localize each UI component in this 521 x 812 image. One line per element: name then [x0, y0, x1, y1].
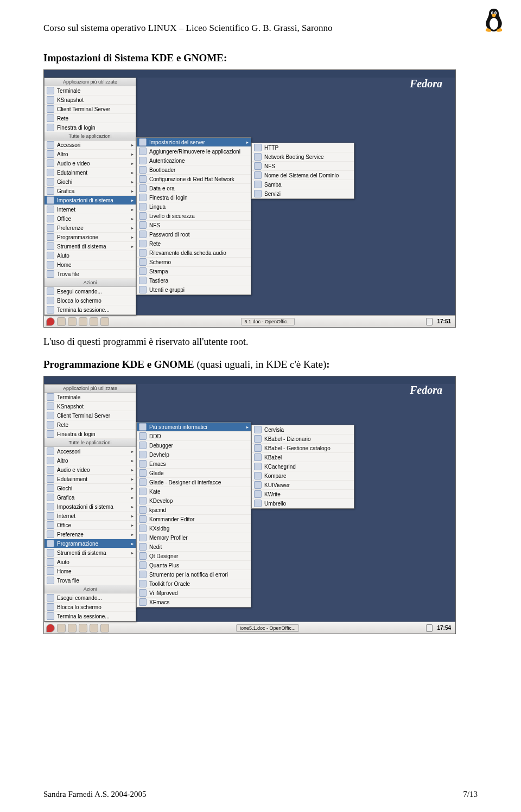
submenu-programming[interactable]: Più strumenti informatici▸DDDDebuggerDev… [136, 422, 251, 608]
taskbar-icon[interactable] [79, 624, 87, 632]
menu-item[interactable]: Cervisia [252, 425, 354, 434]
menu-item[interactable]: KXsldbg [137, 524, 251, 533]
menu-item[interactable]: Umbrello [252, 499, 354, 508]
menu-item[interactable]: Internet▸ [45, 512, 136, 521]
menu-item[interactable]: Esegui comando... [45, 287, 136, 296]
menu-item[interactable]: Nome del Sistema del Dominio [252, 171, 354, 180]
menu-item[interactable]: Debugger [137, 441, 251, 450]
menu-item[interactable]: Home [45, 260, 136, 270]
main-menu[interactable]: Applicazioni più utilizzate TerminaleKSn… [44, 78, 136, 315]
menu-item[interactable]: Altro▸ [45, 456, 136, 465]
menu-item[interactable]: Office▸ [45, 214, 136, 223]
menu-item[interactable]: Strumenti di sistema▸ [45, 548, 136, 558]
menu-item[interactable]: Blocca lo schermo [45, 603, 136, 612]
menu-item[interactable]: Aiuto [45, 558, 136, 567]
menu-item[interactable]: Aggiungere/Rimuovere le applicazioni [137, 147, 251, 156]
menu-item[interactable]: KDevelop [137, 496, 251, 506]
menu-item[interactable]: Nedit [137, 542, 251, 552]
taskbar-icon[interactable] [100, 317, 109, 326]
menu-item[interactable]: Trova file [45, 270, 136, 279]
menu-item[interactable]: Rete [137, 239, 251, 248]
menu-item[interactable]: Client Terminal Server [45, 411, 136, 420]
clipboard-icon[interactable] [426, 624, 433, 632]
menu-item[interactable]: Rilevamento della scheda audio [137, 248, 251, 258]
menu-item[interactable]: Edutainment▸ [45, 168, 136, 177]
redhat-icon[interactable] [46, 624, 55, 632]
menu-item[interactable]: HTTP [252, 143, 354, 152]
menu-item[interactable]: KWrite [252, 490, 354, 499]
submenu-server-settings[interactable]: HTTPNetwork Booting ServiceNFSNome del S… [251, 143, 354, 199]
menu-item[interactable]: Client Terminal Server [45, 105, 136, 114]
menu-item[interactable]: Toolkit for Oracle [137, 579, 251, 589]
clipboard-icon[interactable] [426, 318, 433, 325]
menu-item[interactable]: Password di root [137, 230, 251, 239]
menu-item[interactable]: DDD [137, 432, 251, 441]
menu-item[interactable]: Emacs [137, 459, 251, 469]
menu-item[interactable]: Terminale [45, 393, 136, 402]
menu-item[interactable]: Kate [137, 487, 251, 496]
menu-item[interactable]: Network Booting Service [252, 152, 354, 162]
menu-item[interactable]: Utenti e gruppi [137, 285, 251, 295]
menu-item[interactable]: Programmazione▸ [45, 233, 136, 242]
menu-item[interactable]: Programmazione▸ [45, 539, 136, 548]
menu-item[interactable]: Livello di sicurezza [137, 212, 251, 221]
menu-item[interactable]: KCachegrind [252, 462, 354, 471]
main-menu[interactable]: Applicazioni più utilizzate TerminaleKSn… [44, 384, 136, 622]
taskbar-window-button[interactable]: ione5.1.doc - OpenOffic... [236, 624, 299, 632]
taskbar-icon[interactable] [90, 317, 98, 326]
menu-item[interactable]: Kompare [252, 471, 354, 481]
taskbar-icon[interactable] [100, 624, 109, 632]
menu-item[interactable]: Internet▸ [45, 205, 136, 214]
menu-item[interactable]: Home [45, 567, 136, 576]
menu-item[interactable]: Memory Profiler [137, 533, 251, 542]
menu-item[interactable]: Vi iMproved [137, 589, 251, 598]
menu-item[interactable]: Glade [137, 469, 251, 478]
menu-item[interactable]: Kommander Editor [137, 515, 251, 524]
menu-item[interactable]: Accessori▸ [45, 447, 136, 456]
menu-item[interactable]: Impostazioni di sistema▸ [45, 196, 136, 205]
menu-item[interactable]: Audio e video▸ [45, 159, 136, 168]
menu-item[interactable]: Tastiera [137, 276, 251, 285]
menu-item[interactable]: Esegui comando... [45, 593, 136, 603]
menu-item[interactable]: Impostazioni di sistema▸ [45, 502, 136, 512]
menu-item[interactable]: KUIViewer [252, 481, 354, 490]
menu-item[interactable]: Preferenze▸ [45, 223, 136, 233]
menu-item[interactable]: Bootloader [137, 165, 251, 175]
taskbar-window-button[interactable]: 5.1.doc - OpenOffic... [241, 318, 295, 325]
menu-item[interactable]: Aiuto [45, 251, 136, 260]
menu-item[interactable]: KSnapshot [45, 95, 136, 105]
menu-item[interactable]: Altro▸ [45, 150, 136, 159]
menu-item[interactable]: Qt Designer [137, 552, 251, 561]
menu-item[interactable]: Office▸ [45, 521, 136, 530]
menu-item[interactable]: Grafica▸ [45, 493, 136, 502]
menu-item[interactable]: Quanta Plus [137, 561, 251, 570]
menu-item[interactable]: Rete [45, 114, 136, 123]
menu-item[interactable]: Preferenze▸ [45, 530, 136, 539]
menu-item[interactable]: Configurazione di Red Hat Network [137, 175, 251, 184]
menu-item[interactable]: Audio e video▸ [45, 465, 136, 475]
menu-item[interactable]: Devhelp [137, 450, 251, 459]
menu-item[interactable]: Samba [252, 180, 354, 189]
taskbar-icon[interactable] [57, 624, 66, 632]
menu-item[interactable]: KBabel - Dizionario [252, 434, 354, 444]
menu-item[interactable]: Data e ora [137, 184, 251, 193]
menu-item[interactable]: Finestra di login [137, 193, 251, 202]
menu-item[interactable]: Autenticazione [137, 156, 251, 165]
menu-item[interactable]: Impostazioni del server▸ [137, 138, 251, 147]
menu-item[interactable]: Più strumenti informatici▸ [137, 423, 251, 432]
menu-item[interactable]: Servizi [252, 189, 354, 199]
menu-item[interactable]: Edutainment▸ [45, 475, 136, 484]
menu-item[interactable]: Giochi▸ [45, 484, 136, 493]
submenu-system-settings[interactable]: Impostazioni del server▸Aggiungere/Rimuo… [136, 137, 251, 295]
menu-item[interactable]: Blocca lo schermo [45, 296, 136, 305]
menu-item[interactable]: kjscmd [137, 506, 251, 515]
taskbar-icon[interactable] [57, 317, 66, 326]
taskbar-icon[interactable] [90, 624, 98, 632]
menu-item[interactable]: Finestra di login [45, 430, 136, 439]
menu-item[interactable]: KBabel [252, 453, 354, 462]
menu-item[interactable]: KBabel - Gestione catalogo [252, 444, 354, 453]
menu-item[interactable]: Stampa [137, 267, 251, 276]
menu-item[interactable]: Glade - Designer di interfacce [137, 478, 251, 487]
menu-item[interactable]: Strumento per la notifica di errori [137, 570, 251, 579]
menu-item[interactable]: KSnapshot [45, 402, 136, 411]
